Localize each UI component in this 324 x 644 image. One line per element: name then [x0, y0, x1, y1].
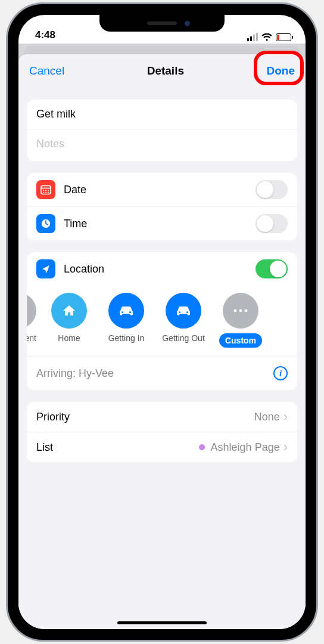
location-opt-getting-in[interactable]: Getting In: [102, 293, 151, 343]
svg-point-6: [45, 192, 46, 193]
list-label: List: [36, 441, 199, 454]
priority-row[interactable]: Priority None ›: [27, 402, 297, 432]
location-opt-custom[interactable]: Custom: [216, 293, 265, 348]
svg-point-10: [129, 311, 131, 313]
time-toggle[interactable]: [256, 214, 288, 233]
home-indicator[interactable]: [117, 621, 207, 624]
svg-point-11: [179, 311, 180, 313]
arriving-text: Arriving: Hy-Vee: [36, 367, 114, 380]
date-row[interactable]: Date: [27, 173, 297, 206]
battery-icon: [276, 33, 291, 41]
home-icon: [51, 293, 87, 329]
datetime-card: Date Time: [27, 173, 297, 240]
screen: 4:48 Cancel Details Done Get milk Notes: [18, 15, 306, 629]
location-opt-current[interactable]: ent: [27, 293, 36, 343]
location-options[interactable]: ent Home Getting In: [27, 286, 297, 356]
device-frame: 4:48 Cancel Details Done Get milk Notes: [6, 2, 318, 642]
chevron-right-icon: ›: [284, 409, 288, 425]
date-label: Date: [64, 184, 256, 196]
notch: [99, 15, 225, 32]
list-row[interactable]: List Ashleigh Page ›: [27, 432, 297, 462]
car-icon: [166, 293, 201, 329]
svg-point-12: [186, 311, 188, 313]
svg-point-3: [45, 190, 46, 191]
list-color-dot: [199, 444, 205, 450]
location-opt-home[interactable]: Home: [45, 293, 94, 343]
svg-point-15: [245, 309, 248, 312]
location-card: Location ent Home: [27, 252, 297, 390]
svg-point-4: [48, 190, 49, 191]
nav-bar: Cancel Details Done: [18, 54, 306, 88]
svg-point-5: [43, 192, 44, 193]
svg-point-7: [48, 192, 49, 193]
info-icon[interactable]: i: [273, 366, 288, 380]
arriving-row[interactable]: Arriving: Hy-Vee i: [27, 356, 297, 390]
cancel-button[interactable]: Cancel: [29, 64, 64, 78]
priority-label: Priority: [36, 411, 254, 423]
car-icon: [108, 293, 144, 329]
details-sheet: Cancel Details Done Get milk Notes Date: [18, 54, 306, 629]
location-opt-getting-out[interactable]: Getting Out: [159, 293, 208, 343]
ellipsis-icon: [223, 293, 258, 329]
page-title: Details: [147, 64, 184, 78]
location-row[interactable]: Location: [27, 252, 297, 286]
custom-pill: Custom: [219, 333, 262, 348]
list-value: Ashleigh Page: [211, 441, 280, 454]
wifi-icon: [261, 33, 272, 41]
location-toggle[interactable]: [256, 259, 288, 278]
svg-point-14: [239, 309, 242, 312]
reminder-notes-input[interactable]: Notes: [27, 129, 297, 161]
date-toggle[interactable]: [256, 180, 288, 199]
svg-point-2: [43, 190, 44, 191]
svg-point-9: [122, 311, 123, 313]
cellular-icon: [247, 33, 258, 41]
clock-icon: [36, 214, 55, 233]
status-time: 4:48: [35, 29, 55, 41]
reminder-title-input[interactable]: Get milk: [27, 100, 297, 129]
title-notes-card: Get milk Notes: [27, 100, 297, 161]
done-button[interactable]: Done: [267, 64, 295, 78]
time-row[interactable]: Time: [27, 206, 297, 240]
location-label: Location: [64, 263, 256, 275]
chevron-right-icon: ›: [284, 439, 288, 455]
calendar-icon: [36, 180, 55, 199]
priority-value: None: [254, 411, 280, 423]
location-arrow-icon: [36, 259, 55, 278]
time-label: Time: [64, 218, 256, 230]
svg-point-13: [234, 309, 237, 312]
priority-list-card: Priority None › List Ashleigh Page ›: [27, 402, 297, 462]
